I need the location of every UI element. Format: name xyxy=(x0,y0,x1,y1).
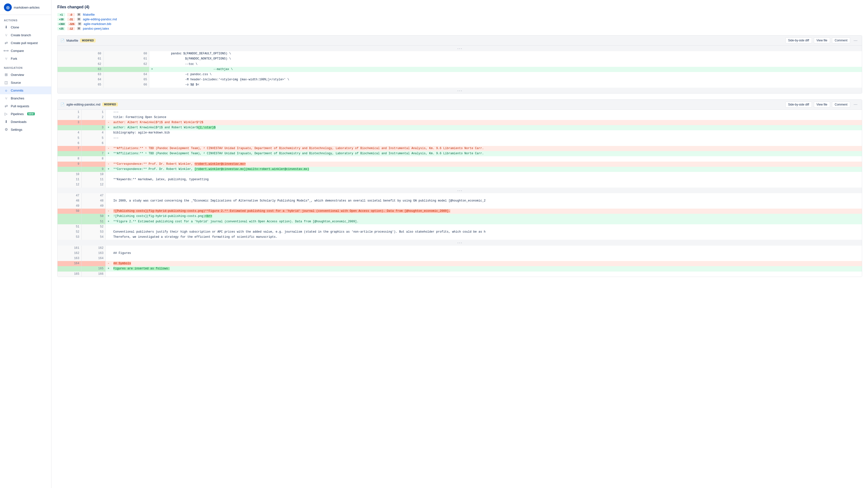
line-num-old xyxy=(58,151,81,156)
line-content: Figures are inserted as follows: xyxy=(112,266,862,271)
line-num-old: 161 xyxy=(58,246,81,251)
sidebar-item-compare[interactable]: ⟺ Compare xyxy=(0,47,51,55)
line-num-old: 11 xyxy=(58,177,81,182)
diff-marker: + xyxy=(105,125,112,130)
diff-block-header: 📄 Makefile MODIFIED Side-by-side diff Vi… xyxy=(58,35,862,45)
diff-marker xyxy=(105,224,112,229)
table-row: 3 + author: Albert Krewinkel$^1$ and Rob… xyxy=(58,125,862,130)
downloads-icon: ⬇ xyxy=(4,120,8,124)
sidebar-item-label: Create pull request xyxy=(11,41,38,45)
diff-remove-badge: -31 xyxy=(67,18,75,21)
line-num-old xyxy=(58,167,81,172)
compare-icon: ⟺ xyxy=(4,48,8,53)
table-row: 65 66 -o $@ $< xyxy=(58,82,862,88)
table-row: 53 54 Therefore, we investigated a strat… xyxy=(58,235,862,240)
table-row: 1 1 --- xyxy=(58,110,862,115)
table-row: 51 + **Figure 2.** Estimated publishing … xyxy=(58,219,862,224)
diff-marker: + xyxy=(105,151,112,156)
table-row: 12 12 xyxy=(58,182,862,187)
table-row: 3 - author: Albert Krewinkel$^1$ and Rob… xyxy=(58,120,862,125)
line-num-new: 5 xyxy=(81,136,105,141)
source-icon: ◫ xyxy=(4,80,8,85)
diff-marker xyxy=(105,256,112,261)
table-row: 162 163 ## Figures xyxy=(58,251,862,256)
file-link[interactable]: Makefile xyxy=(83,13,95,17)
side-by-side-button[interactable]: Side-by-side diff xyxy=(785,37,812,43)
line-content: **Keywords:** markdown, latex, publishin… xyxy=(112,177,862,182)
line-content xyxy=(112,141,862,146)
diff-remove-badge: -326 xyxy=(68,22,76,26)
pull-requests-icon: ⇄ xyxy=(4,104,8,108)
diff-add-badge: +360 xyxy=(57,22,66,26)
sidebar-item-create-branch[interactable]: ⑂ Create branch xyxy=(0,31,51,39)
table-row: 63 64 -c pandoc.css \ xyxy=(58,72,862,77)
line-content xyxy=(112,203,862,208)
sidebar-item-commits[interactable]: ○ Commits xyxy=(0,87,51,94)
view-file-button[interactable]: View file xyxy=(814,102,830,107)
line-num-old: 52 xyxy=(58,229,81,235)
sidebar-item-pipelines[interactable]: ▷ Pipelines NEW xyxy=(0,110,51,118)
sidebar-item-fork[interactable]: ⑂ Fork xyxy=(0,55,51,62)
more-button[interactable]: ⋯ xyxy=(852,38,859,43)
line-num-old: 64 xyxy=(58,77,103,82)
actions-label: ACTIONS xyxy=(0,15,51,23)
line-content: --mathjax \ xyxy=(155,67,862,72)
line-num-old xyxy=(58,125,81,130)
line-content: -o $@ $< xyxy=(155,82,862,88)
diff-table: 1 1 --- 2 2 title: Formatting Open Scien… xyxy=(58,110,862,277)
table-row: 164 - ## Symbols xyxy=(58,261,862,266)
pipelines-icon: ▷ xyxy=(4,112,8,116)
commits-icon: ○ xyxy=(4,88,8,93)
sidebar-item-overview[interactable]: ⊞ Overview xyxy=(0,71,51,78)
line-num-new: 162 xyxy=(81,246,105,251)
diff-block-actions: Side-by-side diff View file Comment ⋯ xyxy=(785,102,859,107)
sidebar-item-settings[interactable]: ⚙ Settings xyxy=(0,126,51,133)
line-num-new xyxy=(81,162,105,167)
main-content: Files changed (4) +1 -0 M Makefile +38 -… xyxy=(52,0,868,488)
line-num-new: 4 xyxy=(81,130,105,135)
diff-marker xyxy=(105,156,112,161)
diff-marker xyxy=(105,136,112,141)
view-file-button[interactable]: View file xyxy=(814,37,830,43)
file-link[interactable]: agile-editing-pandoc.md xyxy=(83,18,117,21)
line-num-old xyxy=(58,219,81,224)
list-item: +25 -12 M pandoc-peerj.latex xyxy=(57,27,862,30)
line-num-new: 52 xyxy=(81,224,105,229)
sidebar-item-source[interactable]: ◫ Source xyxy=(0,78,51,87)
file-link[interactable]: pandoc-peerj.latex xyxy=(83,27,109,30)
line-content: Therefore, we investigated a strategy fo… xyxy=(112,235,862,240)
sidebar-item-clone[interactable]: ⬇ Clone xyxy=(0,23,51,31)
sidebar-item-pull-requests[interactable]: ⇄ Pull requests xyxy=(0,102,51,110)
comment-button[interactable]: Comment xyxy=(832,37,850,43)
line-content: --- xyxy=(112,110,862,115)
sidebar-item-create-pull-request[interactable]: ⇄ Create pull request xyxy=(0,39,51,47)
file-icon: 📄 xyxy=(61,39,64,42)
line-content: bibliography: agile-markdown.bib xyxy=(112,130,862,135)
diff-block-actions: Side-by-side diff View file Comment ⋯ xyxy=(785,37,859,43)
line-num-new: 53 xyxy=(81,229,105,235)
line-content: pandoc $(PANDOC_DEFAULT_OPTIONS) \ xyxy=(155,51,862,56)
diff-filename: Makefile xyxy=(66,39,78,42)
file-link[interactable]: agile-markdown.bib xyxy=(84,22,111,26)
sidebar-item-branches[interactable]: ⑂ Branches xyxy=(0,94,51,102)
line-content xyxy=(112,172,862,177)
line-num-new: 3 xyxy=(81,125,105,130)
file-icon: 📄 xyxy=(61,103,64,106)
sidebar-item-downloads[interactable]: ⬇ Downloads xyxy=(0,118,51,126)
diff-table: ... 60 60 pandoc $(PANDOC_DEFAULT_OPTION… xyxy=(58,45,862,93)
diff-marker: - xyxy=(105,120,112,125)
more-button[interactable]: ⋯ xyxy=(852,102,859,107)
line-content xyxy=(112,224,862,229)
line-num-new: 1 xyxy=(81,110,105,115)
diff-block-title: 📄 Makefile MODIFIED xyxy=(61,39,96,42)
diff-marker xyxy=(105,251,112,256)
comment-button[interactable]: Comment xyxy=(832,102,850,107)
diff-add-badge: +1 xyxy=(57,13,65,17)
line-num-old: 48 xyxy=(58,198,81,203)
diff-marker xyxy=(149,56,155,61)
side-by-side-button[interactable]: Side-by-side diff xyxy=(785,102,812,107)
line-num-new: 61 xyxy=(103,56,149,61)
ellipsis-row: ... xyxy=(58,45,862,51)
sidebar-item-label: Branches xyxy=(11,96,24,100)
line-num-old: 163 xyxy=(58,256,81,261)
